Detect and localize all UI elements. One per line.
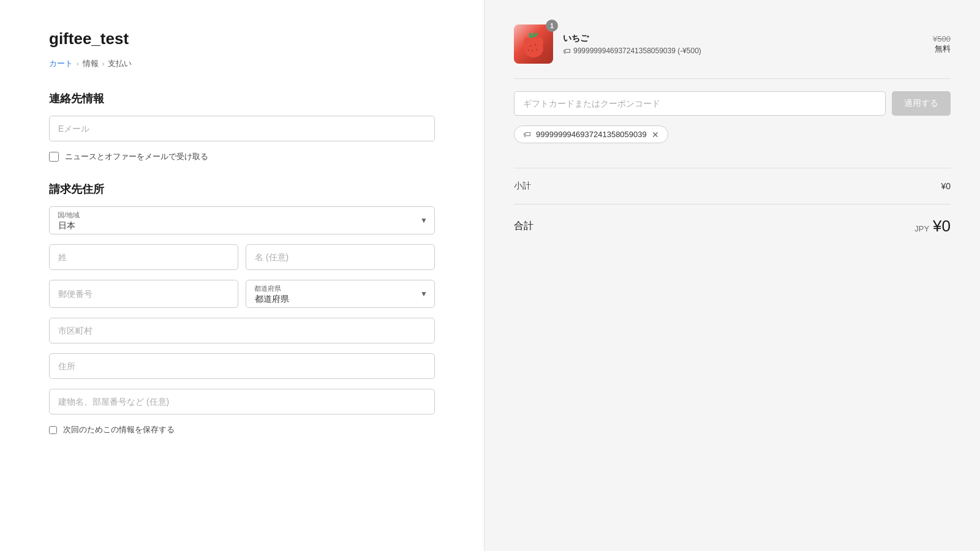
left-panel: giftee_test カート › 情報 › 支払い 連絡先情報 ニュースとオフ… — [0, 0, 484, 551]
breadcrumb-payment: 支払い — [108, 58, 132, 69]
price-free: 無料 — [933, 43, 951, 54]
total-value: JPY ¥0 — [914, 217, 951, 236]
item-image-wrapper: 1 — [514, 24, 553, 64]
item-code-text: 9999999946937241358059039 (-¥500) — [573, 47, 701, 55]
gift-icon: 🏷 — [563, 47, 571, 56]
divider-2 — [514, 168, 951, 168]
coupon-row: 適用する — [514, 91, 951, 116]
item-price: ¥500 無料 — [933, 34, 951, 54]
last-name-field[interactable] — [49, 244, 238, 270]
postal-field[interactable] — [49, 280, 238, 308]
svg-point-3 — [532, 50, 533, 52]
subtotal-value: ¥0 — [941, 181, 951, 191]
country-select[interactable]: 日本 — [49, 206, 435, 234]
newsletter-row: ニュースとオファーをメールで受け取る — [49, 151, 435, 162]
right-panel: 1 いちご 🏷 9999999946937241358059039 (-¥500… — [484, 0, 980, 551]
breadcrumb-cart[interactable]: カート — [49, 58, 73, 69]
email-group — [49, 116, 435, 141]
breadcrumb-sep-1: › — [77, 60, 79, 67]
prefecture-select-wrapper: 都道府県 都道府県 ▼ — [246, 280, 435, 308]
save-info-label: 次回のためこの情報を保存する — [63, 424, 175, 435]
building-group — [49, 389, 435, 414]
strawberry-svg — [518, 29, 549, 59]
breadcrumb-info: 情報 — [83, 58, 99, 69]
building-field[interactable] — [49, 389, 435, 414]
breadcrumb: カート › 情報 › 支払い — [49, 58, 435, 69]
total-amount: ¥0 — [933, 217, 951, 236]
total-row: 合計 JPY ¥0 — [514, 217, 951, 236]
subtotal-label: 小計 — [514, 181, 531, 192]
total-label: 合計 — [514, 220, 533, 233]
item-badge: 1 — [546, 20, 558, 32]
applied-coupon-code: 9999999946937241358059039 — [536, 130, 647, 139]
divider-1 — [514, 78, 951, 79]
country-group: 国/地域 日本 ▼ — [49, 206, 435, 234]
postal-prefecture-group: 都道府県 都道府県 ▼ — [49, 280, 435, 308]
order-item: 1 いちご 🏷 9999999946937241358059039 (-¥500… — [514, 24, 951, 64]
item-code-row: 🏷 9999999946937241358059039 (-¥500) — [563, 47, 923, 56]
city-group — [49, 318, 435, 343]
newsletter-label: ニュースとオファーをメールで受け取る — [65, 151, 208, 162]
divider-3 — [514, 204, 951, 204]
name-group — [49, 244, 435, 270]
address-group — [49, 353, 435, 379]
total-currency: JPY — [914, 224, 929, 233]
subtotal-row: 小計 ¥0 — [514, 181, 951, 192]
contact-section-title: 連絡先情報 — [49, 91, 435, 106]
save-info-checkbox[interactable] — [49, 426, 57, 434]
billing-section-title: 請求先住所 — [49, 182, 435, 197]
item-details: いちご 🏷 9999999946937241358059039 (-¥500) — [563, 33, 923, 56]
item-image — [514, 24, 553, 64]
save-info-row: 次回のためこの情報を保存する — [49, 424, 435, 435]
coupon-input[interactable] — [514, 91, 886, 116]
site-title: giftee_test — [49, 29, 435, 48]
prefecture-select[interactable]: 都道府県 — [246, 280, 435, 308]
coupon-tag-icon: 🏷 — [523, 130, 531, 139]
apply-button[interactable]: 適用する — [892, 91, 951, 116]
price-original: ¥500 — [933, 34, 951, 43]
first-name-field[interactable] — [246, 244, 435, 270]
breadcrumb-sep-2: › — [102, 60, 105, 67]
coupon-remove-button[interactable]: ✕ — [652, 130, 659, 139]
newsletter-checkbox[interactable] — [49, 152, 59, 162]
country-select-wrapper: 国/地域 日本 ▼ — [49, 206, 435, 234]
city-field[interactable] — [49, 318, 435, 343]
item-name: いちご — [563, 33, 923, 44]
email-field[interactable] — [49, 116, 435, 141]
applied-coupon-tag: 🏷 9999999946937241358059039 ✕ — [514, 126, 668, 143]
address-field[interactable] — [49, 353, 435, 379]
